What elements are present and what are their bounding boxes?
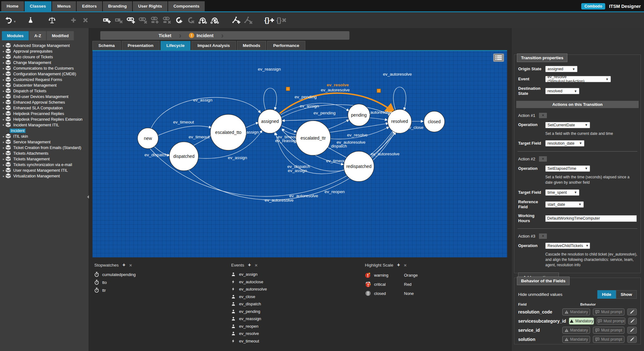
transition-edge[interactable] bbox=[370, 118, 387, 120]
must-prompt-button[interactable]: Must prompt bbox=[593, 308, 624, 315]
origin-state-select[interactable]: assigned▼ bbox=[545, 66, 577, 72]
sidebar-item-communications-to-the-customers[interactable]: ▸Communications to the Customers bbox=[2, 66, 89, 71]
edit-field-button[interactable] bbox=[627, 336, 637, 343]
sidebar-item-dispatch-of-tickets[interactable]: ▸Dispatch of Tickets bbox=[2, 88, 89, 94]
mandatory-button[interactable]: Mandatory bbox=[562, 336, 590, 343]
must-prompt-button[interactable]: Must prompt bbox=[597, 318, 625, 325]
expander-icon[interactable]: ▸ bbox=[2, 169, 6, 172]
destination-state-select[interactable]: resolved▼ bbox=[545, 88, 579, 94]
state-diagram[interactable]: ev_assignev_timeoutev_dispatchev_timeout… bbox=[92, 51, 507, 257]
expander-icon[interactable]: ▸ bbox=[2, 163, 6, 166]
expander-icon[interactable]: ▸ bbox=[2, 158, 6, 161]
add-relation-icon[interactable] bbox=[231, 15, 242, 26]
transition-edge[interactable] bbox=[264, 88, 277, 110]
transition-edge[interactable] bbox=[282, 117, 348, 121]
remove-icon[interactable]: × bbox=[404, 262, 407, 268]
sidebar-item-itil-skin[interactable]: ▸ITIL skin bbox=[2, 134, 89, 139]
highlight-warning[interactable]: warningOrange bbox=[365, 272, 418, 278]
event-select[interactable]: ev_resolve (StimulusUserAction)▼ bbox=[545, 76, 611, 82]
transition-edge[interactable] bbox=[327, 147, 348, 159]
expander-icon[interactable]: ▸ bbox=[2, 152, 6, 155]
event-ev-resolve[interactable]: ev_resolve bbox=[231, 331, 267, 336]
tab-presentation[interactable]: Presentation bbox=[122, 41, 160, 50]
event-ev-close[interactable]: ev_close bbox=[231, 294, 267, 299]
stopwatch-ttr[interactable]: ttr bbox=[94, 288, 136, 293]
sidebar-item-service-management[interactable]: ▸Service Management bbox=[2, 139, 89, 145]
expander-icon[interactable]: ▸ bbox=[2, 67, 6, 70]
sidebar-item-enhanced-sla-computation[interactable]: ▸Enhanced SLA Computation bbox=[2, 105, 89, 111]
breadcrumb-ticket[interactable]: Ticket bbox=[159, 33, 171, 38]
remove-action-2-button[interactable]: × bbox=[539, 156, 547, 162]
remove-icon[interactable]: × bbox=[129, 262, 132, 268]
must-prompt-button[interactable]: Must prompt bbox=[593, 327, 624, 334]
highlight-closed[interactable]: closedNone bbox=[365, 290, 418, 296]
add-class-icon[interactable] bbox=[173, 15, 184, 26]
sidebar-item-approval-prerequisites[interactable]: ▸Approval prerequisites bbox=[2, 49, 89, 54]
highlight-critical[interactable]: criticalRed bbox=[365, 281, 418, 287]
sidebar-item-enhanced-approval-schemes[interactable]: ▸Enhanced Approval Schemes bbox=[2, 100, 89, 105]
action-1-target-field-select[interactable]: resolution_date▼ bbox=[545, 140, 584, 147]
delete-link-icon[interactable] bbox=[138, 15, 148, 26]
show-button[interactable]: Show bbox=[616, 290, 637, 299]
transition-edge[interactable] bbox=[326, 120, 349, 130]
sidebar-item-tickets-management[interactable]: ▸Tickets Management bbox=[2, 156, 89, 162]
add-icon[interactable]: + bbox=[122, 262, 125, 268]
sidebar-item-helpdesk-precanned-replies[interactable]: ▸Helpdesk Precanned Replies bbox=[2, 111, 89, 117]
stopwatch-tto[interactable]: tto bbox=[94, 280, 136, 285]
remove-icon[interactable]: × bbox=[255, 262, 258, 268]
sidebar-item-tickets-attachments[interactable]: ▸Tickets Attachments bbox=[2, 151, 89, 156]
edit-field-button[interactable] bbox=[628, 318, 637, 325]
sidebar-item-change-management[interactable]: ▸Change Management bbox=[2, 60, 89, 66]
edge-handle[interactable] bbox=[377, 89, 381, 93]
transition-edge[interactable] bbox=[282, 129, 297, 135]
expander-icon[interactable]: ▸ bbox=[2, 50, 6, 53]
delete-field-icon[interactable] bbox=[114, 15, 124, 26]
action-2-operation-select[interactable]: SetElapsedTime▼ bbox=[545, 165, 590, 172]
delete-class-icon[interactable] bbox=[185, 15, 196, 26]
sidebar-item-tickets-synchronization-via-e-mail[interactable]: ▸Tickets synchronization via e-mail bbox=[2, 162, 89, 168]
expander-icon[interactable]: ▸ bbox=[2, 106, 6, 110]
delete-relation-icon[interactable] bbox=[243, 15, 254, 26]
tab-methods[interactable]: Methods bbox=[237, 41, 266, 50]
undo-icon[interactable] bbox=[3, 15, 14, 26]
event-ev-autoclose[interactable]: ev_autoclose bbox=[231, 279, 267, 284]
expander-icon[interactable]: ▸ bbox=[2, 72, 6, 76]
tab-lifecycle[interactable]: Lifecycle bbox=[161, 41, 191, 50]
event-ev-assign[interactable]: ev_assign bbox=[231, 272, 267, 277]
expander-icon[interactable]: ▸ bbox=[2, 101, 6, 104]
delete-icon[interactable] bbox=[80, 15, 91, 26]
menu-tab-home[interactable]: Home bbox=[1, 1, 24, 11]
event-ev-pending[interactable]: ev_pending bbox=[231, 309, 267, 314]
menu-tab-classes[interactable]: Classes bbox=[25, 1, 51, 11]
edit-field-button[interactable] bbox=[627, 308, 637, 315]
working-hours-input[interactable] bbox=[545, 215, 637, 222]
mandatory-button[interactable]: Mandatory bbox=[562, 327, 590, 334]
transition-edge[interactable] bbox=[246, 123, 258, 128]
transition-edge[interactable] bbox=[393, 87, 406, 110]
tab-schema[interactable]: Schema bbox=[92, 41, 121, 50]
menu-tab-components[interactable]: Components bbox=[168, 1, 205, 11]
menu-tab-user-rights[interactable]: User Rights bbox=[133, 1, 167, 11]
sidebar-tab-modules[interactable]: Modules bbox=[2, 31, 29, 40]
event-ev-timeout[interactable]: ev_timeout bbox=[231, 339, 267, 343]
sidebar-item-user-request-management-itil[interactable]: ▸User request Management ITIL bbox=[2, 168, 89, 173]
add-link-icon[interactable] bbox=[126, 15, 136, 26]
add-lifecycle-icon[interactable] bbox=[197, 15, 208, 26]
expander-icon[interactable]: ▸ bbox=[2, 118, 6, 121]
remove-action-1-button[interactable]: × bbox=[539, 113, 547, 118]
edit-field-button[interactable] bbox=[627, 327, 637, 334]
expander-icon[interactable]: ▸ bbox=[2, 89, 6, 93]
stopwatch-cumulatedpending[interactable]: cumulatedpending bbox=[94, 272, 136, 277]
expander-icon[interactable]: ▸ bbox=[2, 141, 6, 144]
event-ev-reassign[interactable]: ev_reassign bbox=[231, 316, 267, 321]
sidebar-item-configuration-management-cmdb[interactable]: ▸Configuration Management (CMDB) bbox=[2, 71, 89, 77]
expander-icon[interactable]: ▸ bbox=[2, 61, 6, 64]
sidebar-item-end-user-devices-management[interactable]: ▸End-user Devices Management bbox=[2, 94, 89, 100]
expander-icon[interactable]: ▸ bbox=[2, 84, 6, 87]
transition-edge[interactable] bbox=[282, 126, 296, 132]
expander-icon[interactable]: ▸ bbox=[2, 175, 6, 178]
must-prompt-button[interactable]: Must prompt bbox=[593, 336, 624, 343]
action-1-operation-select[interactable]: SetCurrentDate▼ bbox=[545, 122, 590, 128]
sidebar-item-customized-request-forms[interactable]: ▸Customized Request Forms bbox=[2, 77, 89, 83]
lifecycle-canvas[interactable]: ev_assignev_timeoutev_dispatchev_timeout… bbox=[92, 51, 507, 257]
